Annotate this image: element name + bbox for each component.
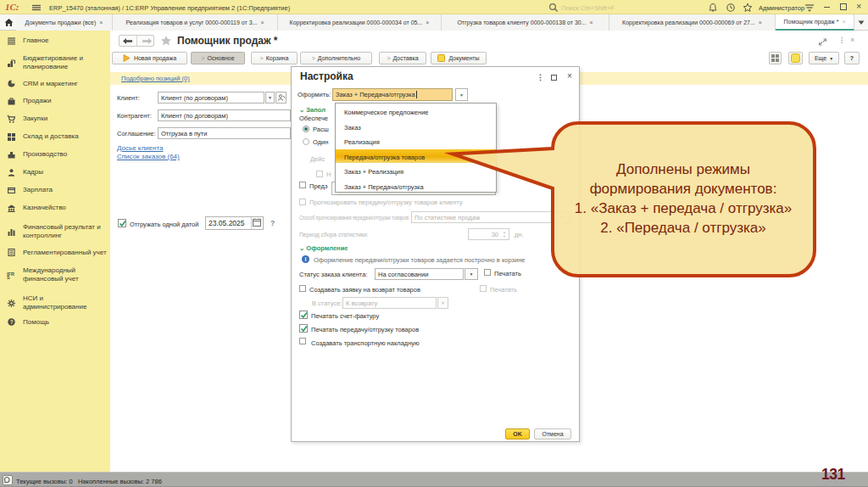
svg-text:1. «Заказ + передача / отгрузк: 1. «Заказ + передача / отгрузка» <box>575 200 792 216</box>
svg-text:Дополнены режимы: Дополнены режимы <box>616 161 750 177</box>
svg-text:?: ? <box>9 319 13 325</box>
svg-text:1С:: 1С: <box>5 3 19 12</box>
svg-text:S: S <box>7 275 10 279</box>
svg-text:2. «Передача / отгрузка»: 2. «Передача / отгрузка» <box>600 220 765 236</box>
svg-text:формирования документов:: формирования документов: <box>590 181 777 197</box>
